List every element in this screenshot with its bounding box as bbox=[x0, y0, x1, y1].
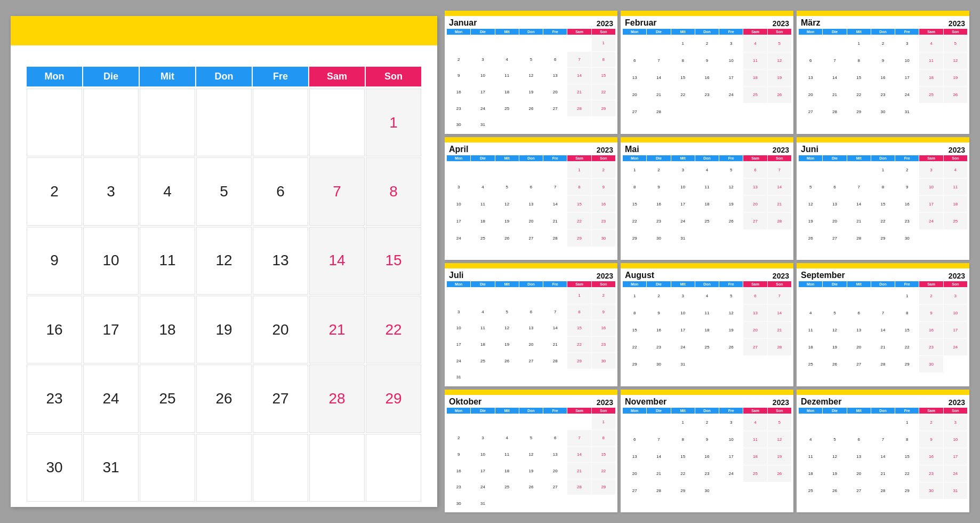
sc-day-cell bbox=[695, 230, 719, 247]
sc-day-header: Son bbox=[768, 408, 791, 414]
sc-day-cell bbox=[471, 247, 494, 259]
sc-day-cell: 2 bbox=[647, 162, 670, 178]
sc-day-cell: 17 bbox=[719, 448, 743, 465]
sc-day-header: Sam bbox=[919, 155, 943, 161]
large-day-cell: 10 bbox=[83, 227, 139, 295]
large-day-cell: 19 bbox=[196, 296, 252, 363]
sc-day-cell bbox=[823, 414, 846, 431]
sc-day-cell: 19 bbox=[519, 84, 543, 100]
sc-month-name: Oktober bbox=[449, 397, 481, 407]
sc-days-grid: 1234567891011121314151617181920212223242… bbox=[445, 414, 617, 513]
sc-day-cell bbox=[447, 414, 470, 430]
sc-day-cell: 17 bbox=[471, 463, 494, 479]
sc-day-header: Fre bbox=[719, 408, 743, 414]
sc-day-cell bbox=[743, 121, 767, 132]
sc-day-header: Fre bbox=[895, 29, 919, 35]
sc-day-cell bbox=[919, 230, 943, 247]
sc-day-cell: 14 bbox=[871, 448, 895, 465]
sc-year: 2023 bbox=[949, 398, 965, 407]
sc-day-cell bbox=[768, 104, 791, 120]
sc-day-cell: 8 bbox=[671, 52, 695, 69]
sc-day-cell bbox=[519, 495, 543, 511]
sc-day-cell: 24 bbox=[944, 465, 967, 482]
sc-header: Dezember2023 bbox=[797, 395, 969, 408]
sc-day-cell bbox=[519, 247, 543, 259]
small-calendars-grid: Januar2023MonDieMitDonFreSamSon123456789… bbox=[445, 11, 969, 512]
sc-day-header: Don bbox=[871, 155, 895, 161]
sc-day-cell: 12 bbox=[519, 68, 543, 84]
sc-day-cell bbox=[647, 247, 670, 259]
large-day-header-mit: Mit bbox=[140, 67, 195, 86]
sc-day-cell: 21 bbox=[543, 213, 567, 229]
sc-yellow-bar bbox=[445, 263, 617, 268]
sc-day-cell: 16 bbox=[647, 322, 670, 338]
sc-day-cell: 9 bbox=[919, 305, 943, 321]
large-day-cell: 31 bbox=[83, 434, 139, 502]
sc-day-cell: 18 bbox=[471, 213, 494, 229]
sc-day-cell: 15 bbox=[592, 447, 615, 463]
small-cal-juni: Juni2023MonDieMitDonFreSamSon12345678910… bbox=[797, 137, 969, 260]
sc-day-cell bbox=[471, 414, 494, 430]
sc-day-cell: 8 bbox=[895, 305, 919, 321]
sc-day-cell: 21 bbox=[768, 196, 791, 212]
sc-day-header: Mon bbox=[623, 281, 646, 287]
sc-day-cell: 2 bbox=[895, 162, 919, 178]
sc-day-cell: 11 bbox=[471, 196, 494, 212]
sc-day-cell: 29 bbox=[871, 230, 895, 247]
large-day-cell: 6 bbox=[253, 157, 308, 225]
sc-day-cell: 5 bbox=[944, 35, 967, 52]
sc-day-cell: 26 bbox=[799, 230, 822, 247]
small-cal-märz: März2023MonDieMitDonFreSamSon12345678910… bbox=[797, 11, 969, 134]
large-days-grid: 1234567891011121314151617181920212223242… bbox=[27, 89, 421, 502]
sc-day-cell bbox=[719, 482, 743, 499]
sc-day-cell: 2 bbox=[695, 414, 719, 431]
sc-day-cell bbox=[743, 373, 767, 385]
sc-day-cell: 2 bbox=[592, 162, 615, 178]
sc-day-cell: 21 bbox=[647, 465, 670, 482]
sc-day-cell: 9 bbox=[895, 179, 919, 195]
sc-day-cell bbox=[495, 369, 519, 385]
sc-day-cell bbox=[847, 288, 871, 304]
sc-day-cell bbox=[471, 288, 494, 304]
sc-day-cell: 26 bbox=[519, 100, 543, 116]
sc-day-header: Mit bbox=[495, 408, 519, 414]
sc-day-cell bbox=[919, 373, 943, 385]
sc-day-cell: 8 bbox=[871, 179, 895, 195]
sc-day-cell: 21 bbox=[871, 339, 895, 355]
sc-day-cell: 19 bbox=[719, 322, 743, 338]
sc-day-cell bbox=[495, 247, 519, 259]
large-day-cell bbox=[309, 89, 365, 156]
sc-day-cell: 21 bbox=[647, 86, 670, 103]
sc-day-cell: 18 bbox=[799, 465, 822, 482]
sc-day-cell: 5 bbox=[719, 288, 743, 304]
sc-day-cell: 23 bbox=[919, 465, 943, 482]
sc-day-cell: 23 bbox=[647, 213, 670, 229]
sc-day-cell bbox=[719, 356, 743, 373]
sc-day-cell bbox=[743, 356, 767, 373]
sc-day-header: Mon bbox=[447, 408, 470, 414]
sc-day-cell: 16 bbox=[647, 196, 670, 212]
sc-day-cell: 5 bbox=[799, 179, 822, 195]
sc-day-cell: 5 bbox=[495, 179, 519, 195]
sc-day-cell bbox=[695, 247, 719, 259]
sc-day-cell: 25 bbox=[471, 353, 494, 369]
sc-day-cell: 5 bbox=[495, 304, 519, 320]
sc-day-cell bbox=[768, 121, 791, 132]
sc-yellow-bar bbox=[621, 11, 793, 16]
sc-day-cell: 24 bbox=[671, 339, 695, 355]
sc-day-cell bbox=[543, 288, 567, 304]
sc-day-cell bbox=[543, 35, 567, 51]
sc-day-cell: 18 bbox=[799, 339, 822, 355]
small-cal-dezember: Dezember2023MonDieMitDonFreSamSon1234567… bbox=[797, 390, 969, 513]
large-day-cell bbox=[196, 434, 252, 502]
sc-day-cell bbox=[695, 373, 719, 385]
sc-day-cell: 26 bbox=[719, 339, 743, 355]
sc-day-cell bbox=[519, 162, 543, 178]
sc-day-cell bbox=[623, 373, 646, 385]
sc-day-cell: 14 bbox=[847, 196, 871, 212]
sc-day-cell: 28 bbox=[768, 213, 791, 229]
sc-day-headers: MonDieMitDonFreSamSon bbox=[797, 155, 969, 161]
sc-day-cell: 8 bbox=[592, 52, 615, 68]
large-day-cell bbox=[366, 434, 421, 502]
sc-day-cell: 24 bbox=[719, 465, 743, 482]
